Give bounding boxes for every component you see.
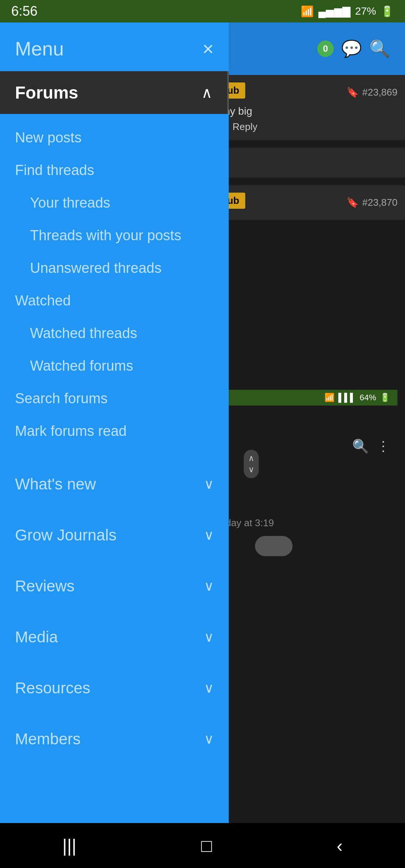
menu-item-label-search-forums: Search forums	[15, 391, 108, 406]
menu-section-reviews[interactable]: Reviews ∨	[0, 564, 229, 608]
menu-item-label-new-posts: New posts	[15, 130, 81, 145]
spacer-4	[0, 557, 229, 564]
resources-chevron-down-icon: ∨	[204, 680, 214, 696]
side-menu: Menu × Forums ∧ New posts Find threads Y…	[0, 22, 229, 868]
search-icon[interactable]: 🔍	[369, 39, 390, 58]
members-chevron-down-icon: ∨	[204, 731, 214, 747]
bg-post-card-1: ub 🔖 #23,869 my big ↩ Reply	[214, 75, 405, 140]
signal-icon: ▄▅▆▇	[318, 5, 351, 18]
spacer-5	[0, 608, 229, 615]
menu-item-watched-forums[interactable]: Watched forums	[0, 350, 229, 382]
background-posts: ub 🔖 #23,869 my big ↩ Reply ub 🔖 #23,870	[214, 75, 405, 227]
menu-item-label-find-threads: Find threads	[15, 162, 94, 178]
menu-item-label-mark-forums-read: Mark forums read	[15, 423, 127, 439]
scroll-down-icon: ∨	[248, 465, 254, 474]
bg-toggle[interactable]	[255, 536, 292, 556]
spacer-3	[0, 506, 229, 513]
reply-label: Reply	[232, 121, 257, 133]
bookmark-icon-2: 🔖	[346, 197, 358, 208]
menu-title: Menu	[15, 37, 64, 60]
menu-section-label-members: Members	[15, 730, 81, 748]
menu-item-new-posts[interactable]: New posts	[0, 121, 229, 154]
menu-item-label-watched-threads: Watched threads	[30, 325, 137, 341]
menu-item-label-watched: Watched	[15, 293, 71, 308]
menu-item-watched-threads[interactable]: Watched threads	[0, 317, 229, 350]
spacer-1	[0, 447, 229, 455]
menu-item-watched[interactable]: Watched	[0, 284, 229, 317]
menu-section-label-reviews: Reviews	[15, 577, 75, 595]
bg-more-icon: ⋮	[376, 438, 390, 454]
menu-section-grow-journals[interactable]: Grow Journals ∨	[0, 513, 229, 557]
recent-apps-icon[interactable]: |||	[62, 835, 76, 856]
battery-icon: 🔋	[381, 5, 394, 18]
back-icon[interactable]: ‹	[337, 835, 343, 856]
bg-wifi-icon: 📶	[324, 393, 334, 403]
menu-section-whats-new[interactable]: What's new ∨	[0, 462, 229, 506]
bg-battery-text: 64%	[360, 393, 376, 403]
bg-signal-icon: ▌▌▌	[338, 393, 356, 403]
nav-bar: ||| □ ‹	[0, 823, 405, 868]
post-number-1: #23,869	[362, 87, 398, 98]
spacer-7	[0, 710, 229, 717]
forums-section-header[interactable]: Forums ∧	[0, 71, 229, 114]
grow-journals-chevron-down-icon: ∨	[204, 527, 214, 543]
menu-item-label-unanswered-threads: Unanswered threads	[30, 260, 162, 276]
media-chevron-down-icon: ∨	[204, 629, 214, 645]
post-text-1: my big	[221, 105, 398, 117]
reviews-chevron-down-icon: ∨	[204, 578, 214, 594]
menu-section-resources[interactable]: Resources ∨	[0, 666, 229, 710]
bg-scroll-indicator: ∧ ∨	[244, 450, 259, 478]
reply-button-1[interactable]: ↩ Reply	[221, 121, 398, 133]
header-icons: 0 💬 🔍	[317, 39, 390, 58]
home-icon[interactable]: □	[201, 835, 212, 856]
menu-item-find-threads[interactable]: Find threads	[0, 154, 229, 187]
menu-item-mark-forums-read[interactable]: Mark forums read	[0, 415, 229, 447]
menu-section-media[interactable]: Media ∨	[0, 615, 229, 659]
menu-items-list: New posts Find threads Your threads Thre…	[0, 114, 229, 868]
menu-item-label-threads-with-posts: Threads with your posts	[30, 227, 181, 243]
menu-header: Menu ×	[0, 22, 229, 71]
bg-post-card-2: ub 🔖 #23,870	[214, 185, 405, 220]
post-number-2: #23,870	[362, 197, 398, 208]
notification-badge: 0	[317, 40, 334, 57]
spacer-2	[0, 455, 229, 462]
menu-item-label-your-threads: Your threads	[30, 195, 110, 211]
bg-screenshot-content: 🔍 ⋮	[218, 406, 398, 487]
menu-section-label-media: Media	[15, 628, 58, 646]
bookmark-icon-1: 🔖	[346, 87, 358, 98]
scroll-up-icon: ∧	[248, 453, 254, 463]
battery-text: 27%	[355, 5, 376, 17]
whats-new-chevron-down-icon: ∨	[204, 476, 214, 492]
close-icon[interactable]: ×	[202, 37, 214, 60]
forums-chevron-up-icon: ∧	[201, 84, 212, 101]
spacer-6	[0, 659, 229, 666]
menu-section-members[interactable]: Members ∨	[0, 717, 229, 761]
menu-item-search-forums[interactable]: Search forums	[0, 382, 229, 415]
menu-item-threads-with-posts[interactable]: Threads with your posts	[0, 219, 229, 252]
menu-section-label-whats-new: What's new	[15, 475, 96, 493]
input-area[interactable]	[214, 148, 405, 178]
wifi-icon: 📶	[301, 5, 314, 18]
menu-item-label-watched-forums: Watched forums	[30, 358, 133, 374]
bg-search-icon: 🔍	[352, 438, 369, 454]
bg-screenshot-statusbar: 📶 ▌▌▌ 64% 🔋	[218, 390, 398, 406]
menu-item-unanswered-threads[interactable]: Unanswered threads	[0, 252, 229, 284]
status-time: 6:56	[11, 3, 38, 19]
chat-icon[interactable]: 💬	[341, 39, 362, 58]
forums-label: Forums	[15, 82, 78, 103]
bg-battery-icon: 🔋	[380, 393, 390, 403]
menu-section-label-grow-journals: Grow Journals	[15, 526, 117, 544]
menu-item-your-threads[interactable]: Your threads	[0, 187, 229, 219]
status-icons: 📶 ▄▅▆▇ 27% 🔋	[301, 5, 394, 18]
status-bar: 6:56 📶 ▄▅▆▇ 27% 🔋	[0, 0, 405, 22]
menu-section-label-resources: Resources	[15, 679, 90, 697]
